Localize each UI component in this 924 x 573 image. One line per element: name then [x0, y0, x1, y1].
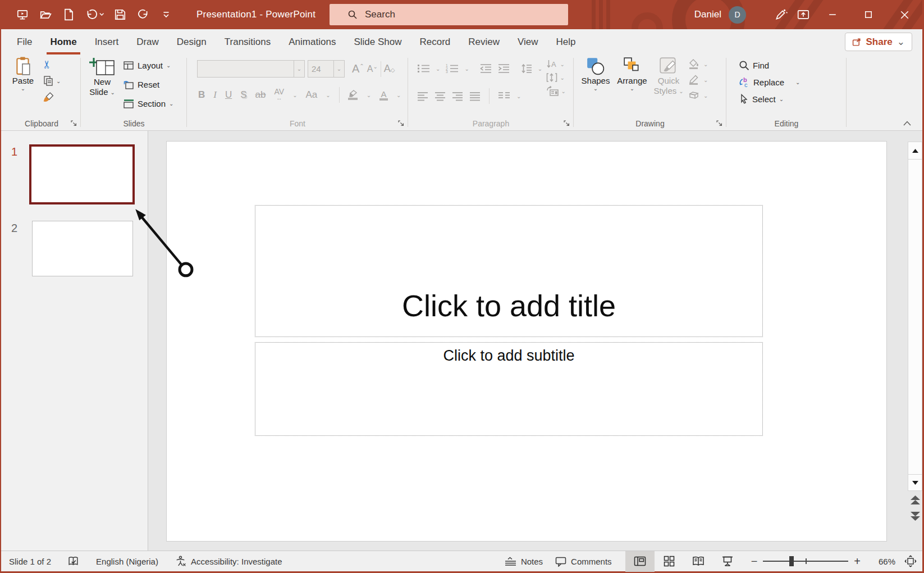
underline-button[interactable]: U: [225, 89, 232, 101]
ribbon-display-options-icon[interactable]: [792, 0, 815, 29]
title-placeholder[interactable]: Click to add title: [255, 205, 763, 337]
tab-insert[interactable]: Insert: [86, 29, 128, 54]
whats-new-pen-icon[interactable]: [770, 0, 792, 29]
zoom-in-button[interactable]: +: [854, 557, 861, 565]
minimize-button[interactable]: [815, 0, 850, 29]
new-file-icon[interactable]: [62, 8, 75, 21]
tab-record[interactable]: Record: [410, 29, 459, 54]
clipboard-dialog-launcher[interactable]: [70, 119, 78, 128]
maximize-button[interactable]: [850, 0, 886, 29]
tab-view[interactable]: View: [509, 29, 547, 54]
scroll-down-button[interactable]: [908, 474, 922, 491]
reading-view-button[interactable]: [684, 551, 713, 572]
powerpoint-app-icon[interactable]: [16, 8, 29, 21]
arrange-button[interactable]: Arrange ⌄: [614, 57, 650, 91]
slide-1-thumbnail[interactable]: [29, 144, 135, 204]
zoom-slider-thumb[interactable]: [789, 556, 794, 566]
customize-quick-access-icon[interactable]: [159, 8, 173, 21]
quick-styles-button[interactable]: Quick Styles⌄: [652, 57, 685, 96]
zoom-percentage[interactable]: 66%: [868, 557, 895, 566]
share-button[interactable]: Share ⌄: [845, 33, 913, 51]
comments-toggle[interactable]: Comments: [555, 556, 612, 567]
search-box[interactable]: Search: [330, 4, 568, 25]
find-button[interactable]: Find: [739, 59, 800, 71]
undo-button[interactable]: [85, 8, 104, 21]
font-dialog-launcher[interactable]: [397, 119, 405, 128]
columns-button[interactable]: [498, 92, 510, 101]
copy-button[interactable]: ⌄: [43, 75, 61, 87]
bullets-button[interactable]: [417, 63, 430, 74]
notes-toggle[interactable]: Notes: [505, 557, 543, 566]
redo-icon[interactable]: [136, 8, 150, 21]
select-button[interactable]: Select ⌄: [739, 93, 800, 105]
scroll-up-button[interactable]: [908, 142, 922, 160]
format-painter-button[interactable]: [43, 92, 54, 103]
decrease-indent-button[interactable]: [479, 63, 492, 74]
accessibility-checker[interactable]: Accessibility: Investigate: [175, 556, 282, 567]
decrease-font-size-button[interactable]: A⌄: [367, 63, 378, 74]
align-center-button[interactable]: [434, 92, 446, 101]
slide-counter[interactable]: Slide 1 of 2: [9, 557, 51, 566]
tab-review[interactable]: Review: [459, 29, 509, 54]
shape-effects-button[interactable]: ⌄: [688, 90, 708, 101]
tab-animations[interactable]: Animations: [280, 29, 345, 54]
scrollbar-track[interactable]: [908, 160, 922, 474]
tab-design[interactable]: Design: [168, 29, 216, 54]
spell-check-button[interactable]: [68, 556, 79, 566]
font-name-combo[interactable]: ⌄: [197, 60, 305, 78]
justify-button[interactable]: [469, 92, 481, 101]
text-highlight-button[interactable]: [348, 90, 358, 100]
previous-slide-button[interactable]: [908, 493, 922, 507]
open-file-icon[interactable]: [39, 8, 52, 21]
normal-view-button[interactable]: [625, 551, 655, 572]
increase-font-size-button[interactable]: A⌃: [352, 62, 364, 75]
text-shadow-button[interactable]: S: [240, 89, 246, 101]
change-case-button[interactable]: Aa: [306, 89, 318, 101]
user-name[interactable]: Daniel: [694, 9, 721, 20]
tab-draw[interactable]: Draw: [127, 29, 168, 54]
tab-slide-show[interactable]: Slide Show: [345, 29, 410, 54]
new-slide-button[interactable]: New Slide⌄: [85, 57, 119, 97]
align-left-button[interactable]: [417, 92, 428, 101]
reset-button[interactable]: Reset: [123, 77, 173, 92]
cut-button[interactable]: ✂: [42, 60, 53, 69]
collapse-ribbon-button[interactable]: [901, 118, 913, 128]
zoom-slider[interactable]: [763, 556, 848, 567]
language-indicator[interactable]: English (Nigeria): [96, 557, 158, 566]
tab-help[interactable]: Help: [547, 29, 585, 54]
italic-button[interactable]: I: [213, 89, 217, 101]
tab-home[interactable]: Home: [41, 29, 85, 54]
drawing-dialog-launcher[interactable]: [715, 119, 724, 128]
font-color-button[interactable]: A: [379, 90, 388, 101]
next-slide-button[interactable]: [908, 509, 922, 522]
align-text-button[interactable]: ⌄: [546, 72, 565, 83]
text-direction-button[interactable]: A ⌄: [546, 59, 565, 69]
slide-sorter-view-button[interactable]: [655, 551, 684, 572]
convert-to-smartart-button[interactable]: ⌄: [546, 86, 566, 96]
avatar[interactable]: D: [729, 6, 746, 24]
replace-button[interactable]: bc Replace ⌄: [739, 76, 800, 88]
align-right-button[interactable]: [452, 92, 463, 101]
font-size-combo[interactable]: 24 ⌄: [308, 60, 345, 78]
strikethrough-button[interactable]: ab: [255, 89, 266, 101]
section-button[interactable]: Section ⌄: [123, 96, 173, 111]
subtitle-placeholder[interactable]: Click to add subtitle: [255, 342, 763, 436]
character-spacing-button[interactable]: AV ↔: [275, 89, 285, 101]
paste-button[interactable]: Paste ⌄: [8, 57, 38, 91]
shape-outline-button[interactable]: ⌄: [688, 75, 708, 85]
increase-indent-button[interactable]: [497, 63, 510, 74]
tab-transitions[interactable]: Transitions: [216, 29, 280, 54]
bold-button[interactable]: B: [198, 89, 205, 101]
shape-fill-button[interactable]: ⌄: [688, 59, 708, 69]
clear-formatting-button[interactable]: A◇: [384, 63, 395, 75]
zoom-out-button[interactable]: −: [751, 557, 758, 565]
tab-file[interactable]: File: [8, 29, 41, 54]
fit-slide-to-window-button[interactable]: [904, 555, 917, 567]
save-icon[interactable]: [113, 8, 127, 21]
shapes-button[interactable]: Shapes ⌄: [579, 57, 612, 91]
close-button[interactable]: [886, 0, 922, 29]
slideshow-view-button[interactable]: [713, 551, 742, 572]
numbering-button[interactable]: 123: [446, 63, 459, 74]
line-spacing-button[interactable]: [520, 63, 532, 74]
layout-button[interactable]: Layout ⌄: [123, 58, 173, 73]
